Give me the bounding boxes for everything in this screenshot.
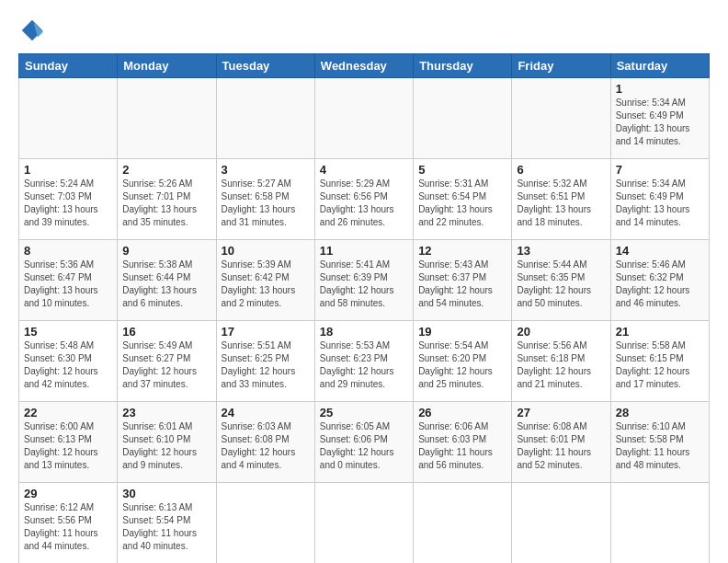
- day-cell: 23Sunrise: 6:01 AMSunset: 6:10 PMDayligh…: [118, 402, 216, 483]
- day-number: 19: [418, 325, 506, 339]
- day-cell: [512, 483, 610, 564]
- day-info: Sunrise: 6:10 AMSunset: 5:58 PMDaylight:…: [616, 420, 704, 472]
- day-cell: 5Sunrise: 5:31 AMSunset: 6:54 PMDaylight…: [414, 159, 512, 240]
- day-number: 26: [418, 406, 506, 419]
- day-info: Sunrise: 5:27 AMSunset: 6:58 PMDaylight:…: [222, 178, 310, 229]
- day-cell: 7Sunrise: 5:34 AMSunset: 6:49 PMDaylight…: [610, 159, 709, 240]
- day-number: 29: [24, 487, 112, 500]
- day-cell: 16Sunrise: 5:49 AMSunset: 6:27 PMDayligh…: [118, 321, 216, 402]
- day-cell: [216, 483, 314, 564]
- day-cell: [512, 78, 610, 159]
- day-info: Sunrise: 5:48 AMSunset: 6:30 PMDaylight:…: [24, 339, 112, 391]
- day-number: 21: [616, 325, 704, 339]
- week-row-5: 29Sunrise: 6:12 AMSunset: 5:56 PMDayligh…: [19, 483, 710, 564]
- day-number: 17: [222, 325, 310, 339]
- day-info: Sunrise: 5:36 AMSunset: 6:47 PMDaylight:…: [24, 259, 112, 310]
- day-cell: 11Sunrise: 5:41 AMSunset: 6:39 PMDayligh…: [314, 240, 413, 321]
- day-cell: 26Sunrise: 6:06 AMSunset: 6:03 PMDayligh…: [414, 402, 512, 483]
- day-info: Sunrise: 5:24 AMSunset: 7:03 PMDaylight:…: [24, 178, 112, 229]
- calendar-table: SundayMondayTuesdayWednesdayThursdayFrid…: [18, 53, 710, 563]
- day-cell: [314, 78, 413, 159]
- day-number: 11: [320, 244, 408, 258]
- day-number: 16: [122, 325, 210, 339]
- day-info: Sunrise: 5:32 AMSunset: 6:51 PMDaylight:…: [517, 178, 605, 229]
- day-info: Sunrise: 5:58 AMSunset: 6:15 PMDaylight:…: [616, 339, 704, 391]
- day-info: Sunrise: 6:06 AMSunset: 6:03 PMDaylight:…: [418, 420, 506, 472]
- day-info: Sunrise: 5:49 AMSunset: 6:27 PMDaylight:…: [122, 339, 210, 391]
- day-info: Sunrise: 6:01 AMSunset: 6:10 PMDaylight:…: [122, 420, 210, 472]
- day-cell: 12Sunrise: 5:43 AMSunset: 6:37 PMDayligh…: [414, 240, 512, 321]
- header: [18, 17, 710, 44]
- day-cell: 22Sunrise: 6:00 AMSunset: 6:13 PMDayligh…: [19, 402, 118, 483]
- day-cell: 1Sunrise: 5:24 AMSunset: 7:03 PMDaylight…: [19, 159, 118, 240]
- calendar: SundayMondayTuesdayWednesdayThursdayFrid…: [18, 53, 710, 563]
- day-number: 3: [222, 163, 310, 177]
- header-cell-thursday: Thursday: [414, 54, 512, 78]
- header-row: SundayMondayTuesdayWednesdayThursdayFrid…: [19, 54, 710, 78]
- week-row-0: 1Sunrise: 5:34 AMSunset: 6:49 PMDaylight…: [19, 78, 710, 159]
- day-cell: 30Sunrise: 6:13 AMSunset: 5:54 PMDayligh…: [118, 483, 216, 564]
- day-cell: 17Sunrise: 5:51 AMSunset: 6:25 PMDayligh…: [216, 321, 314, 402]
- day-cell: 19Sunrise: 5:54 AMSunset: 6:20 PMDayligh…: [414, 321, 512, 402]
- day-number: 1: [616, 82, 704, 96]
- day-number: 30: [122, 487, 210, 500]
- day-info: Sunrise: 6:12 AMSunset: 5:56 PMDaylight:…: [24, 501, 112, 553]
- day-cell: [610, 483, 709, 564]
- day-cell: 15Sunrise: 5:48 AMSunset: 6:30 PMDayligh…: [19, 321, 118, 402]
- day-number: 25: [320, 406, 408, 419]
- day-cell: 21Sunrise: 5:58 AMSunset: 6:15 PMDayligh…: [610, 321, 709, 402]
- day-info: Sunrise: 6:03 AMSunset: 6:08 PMDaylight:…: [222, 420, 310, 472]
- day-cell: 6Sunrise: 5:32 AMSunset: 6:51 PMDaylight…: [512, 159, 610, 240]
- header-cell-tuesday: Tuesday: [216, 54, 314, 78]
- day-number: 10: [222, 244, 310, 258]
- day-cell: 29Sunrise: 6:12 AMSunset: 5:56 PMDayligh…: [19, 483, 118, 564]
- day-cell: [216, 78, 314, 159]
- day-info: Sunrise: 6:13 AMSunset: 5:54 PMDaylight:…: [122, 501, 210, 553]
- day-number: 27: [517, 406, 605, 419]
- day-cell: 1Sunrise: 5:34 AMSunset: 6:49 PMDaylight…: [610, 78, 709, 159]
- day-cell: 27Sunrise: 6:08 AMSunset: 6:01 PMDayligh…: [512, 402, 610, 483]
- day-cell: [414, 483, 512, 564]
- day-info: Sunrise: 5:44 AMSunset: 6:35 PMDaylight:…: [517, 259, 605, 310]
- day-info: Sunrise: 5:39 AMSunset: 6:42 PMDaylight:…: [222, 259, 310, 310]
- day-cell: 24Sunrise: 6:03 AMSunset: 6:08 PMDayligh…: [216, 402, 314, 483]
- day-number: 20: [517, 325, 605, 339]
- day-cell: [414, 78, 512, 159]
- day-cell: 20Sunrise: 5:56 AMSunset: 6:18 PMDayligh…: [512, 321, 610, 402]
- header-cell-friday: Friday: [512, 54, 610, 78]
- day-number: 12: [418, 244, 506, 258]
- logo-icon: [18, 17, 46, 44]
- day-cell: 4Sunrise: 5:29 AMSunset: 6:56 PMDaylight…: [314, 159, 413, 240]
- page: SundayMondayTuesdayWednesdayThursdayFrid…: [0, 0, 728, 563]
- day-number: 1: [24, 163, 112, 177]
- day-cell: 3Sunrise: 5:27 AMSunset: 6:58 PMDaylight…: [216, 159, 314, 240]
- day-cell: 2Sunrise: 5:26 AMSunset: 7:01 PMDaylight…: [118, 159, 216, 240]
- day-info: Sunrise: 5:34 AMSunset: 6:49 PMDaylight:…: [616, 178, 704, 229]
- day-number: 2: [122, 163, 210, 177]
- day-info: Sunrise: 6:00 AMSunset: 6:13 PMDaylight:…: [24, 420, 112, 472]
- logo: [18, 17, 50, 44]
- day-number: 14: [616, 244, 704, 258]
- day-info: Sunrise: 5:51 AMSunset: 6:25 PMDaylight:…: [222, 339, 310, 391]
- day-cell: [19, 78, 118, 159]
- day-number: 15: [24, 325, 112, 339]
- week-row-2: 8Sunrise: 5:36 AMSunset: 6:47 PMDaylight…: [19, 240, 710, 321]
- header-cell-sunday: Sunday: [19, 54, 118, 78]
- day-number: 6: [517, 163, 605, 177]
- day-number: 22: [24, 406, 112, 419]
- day-info: Sunrise: 5:46 AMSunset: 6:32 PMDaylight:…: [616, 259, 704, 310]
- day-number: 7: [616, 163, 704, 177]
- day-cell: 9Sunrise: 5:38 AMSunset: 6:44 PMDaylight…: [118, 240, 216, 321]
- day-number: 9: [122, 244, 210, 258]
- day-info: Sunrise: 5:29 AMSunset: 6:56 PMDaylight:…: [320, 178, 408, 229]
- day-info: Sunrise: 5:26 AMSunset: 7:01 PMDaylight:…: [122, 178, 210, 229]
- day-number: 18: [320, 325, 408, 339]
- day-number: 8: [24, 244, 112, 258]
- day-number: 4: [320, 163, 408, 177]
- day-cell: 8Sunrise: 5:36 AMSunset: 6:47 PMDaylight…: [19, 240, 118, 321]
- day-info: Sunrise: 5:54 AMSunset: 6:20 PMDaylight:…: [418, 339, 506, 391]
- day-info: Sunrise: 6:05 AMSunset: 6:06 PMDaylight:…: [320, 420, 408, 472]
- day-cell: 10Sunrise: 5:39 AMSunset: 6:42 PMDayligh…: [216, 240, 314, 321]
- day-cell: 14Sunrise: 5:46 AMSunset: 6:32 PMDayligh…: [610, 240, 709, 321]
- day-info: Sunrise: 5:34 AMSunset: 6:49 PMDaylight:…: [616, 97, 704, 148]
